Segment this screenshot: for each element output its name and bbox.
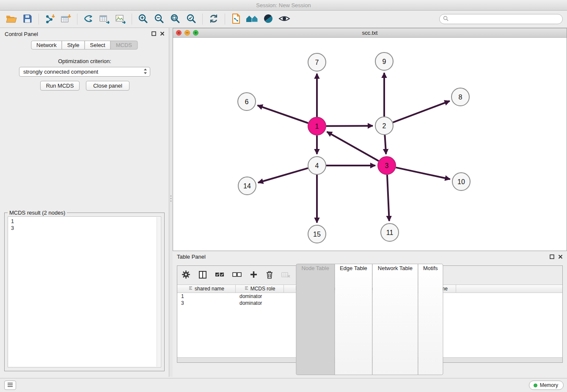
- result-line: 1: [11, 218, 158, 225]
- close-panel-icon[interactable]: [558, 254, 563, 260]
- svg-text:3: 3: [385, 162, 389, 169]
- panel-splitter[interactable]: [169, 28, 173, 377]
- table-panel-title: Table Panel: [177, 254, 206, 260]
- houses-icon: [246, 14, 259, 25]
- tab-style[interactable]: Style: [62, 41, 85, 50]
- toolbar-separator: [132, 14, 132, 25]
- new-network-button[interactable]: [80, 12, 96, 26]
- tab-network-table[interactable]: Network Table: [372, 264, 418, 375]
- close-panel-icon[interactable]: [160, 31, 165, 37]
- zoom-fit-button[interactable]: [167, 12, 183, 26]
- edge-4-14[interactable]: [258, 168, 308, 182]
- edges-layer: [257, 73, 450, 223]
- zoom-out-button[interactable]: [151, 12, 167, 26]
- result-scrollbar[interactable]: [157, 217, 160, 367]
- tab-mcds[interactable]: MCDS: [110, 41, 138, 50]
- network-window-titlebar[interactable]: scc.txt: [173, 28, 567, 38]
- search-input[interactable]: [451, 16, 556, 22]
- import-table-button[interactable]: [58, 12, 74, 26]
- table-cell[interactable]: dominator: [236, 293, 284, 300]
- export-table-button[interactable]: [96, 12, 113, 26]
- delete-columns-button[interactable]: [281, 271, 291, 279]
- table-panel: Table Panel f(x) shared nameMCDS rolesuc…: [173, 251, 567, 377]
- node-1[interactable]: 1: [308, 117, 326, 135]
- network-window-title: scc.txt: [362, 30, 378, 36]
- close-panel-button[interactable]: Close panel: [86, 81, 129, 91]
- window-title: Session: New Session: [256, 2, 311, 8]
- network-document-button[interactable]: [228, 12, 244, 26]
- add-row-button[interactable]: [250, 271, 258, 280]
- tab-network[interactable]: Network: [31, 41, 62, 50]
- tab-select[interactable]: Select: [85, 41, 111, 50]
- criterion-value: strongly connected component: [23, 69, 143, 75]
- memory-button[interactable]: Memory: [529, 381, 564, 390]
- unselect-all-button[interactable]: [232, 271, 242, 279]
- zoom-selected-button[interactable]: [183, 12, 199, 26]
- open-folder-icon: [6, 14, 17, 25]
- edge-3-1[interactable]: [327, 132, 379, 161]
- node-8[interactable]: 8: [451, 88, 469, 106]
- node-4[interactable]: 4: [308, 157, 326, 174]
- node-11[interactable]: 11: [381, 224, 399, 241]
- edge-1-2[interactable]: [326, 126, 373, 126]
- node-2[interactable]: 2: [375, 117, 393, 135]
- float-panel-icon[interactable]: [151, 31, 156, 37]
- open-session-button[interactable]: [3, 12, 19, 26]
- run-mcds-button[interactable]: Run MCDS: [40, 81, 80, 91]
- status-bar: Memory: [0, 378, 567, 392]
- svg-text:7: 7: [315, 59, 319, 66]
- tab-node-table[interactable]: Node Table: [296, 264, 335, 375]
- edge-2-3[interactable]: [385, 135, 386, 154]
- close-window-icon[interactable]: [176, 30, 182, 36]
- node-14[interactable]: 14: [238, 177, 256, 195]
- columns-icon: [198, 271, 207, 280]
- svg-text:14: 14: [243, 182, 251, 190]
- node-10[interactable]: 10: [452, 173, 470, 190]
- network-canvas[interactable]: 7968124314101511: [173, 38, 567, 251]
- node-7[interactable]: 7: [308, 53, 326, 71]
- trash-icon: [266, 271, 273, 280]
- table-cell[interactable]: 1: [177, 293, 236, 300]
- table-cell[interactable]: dominator: [236, 300, 284, 306]
- show-graphics-details-button[interactable]: [276, 12, 292, 26]
- column-header-filler: [456, 285, 562, 293]
- node-3[interactable]: 3: [378, 157, 396, 174]
- save-session-button[interactable]: [19, 12, 36, 26]
- home-view-button[interactable]: [244, 12, 260, 26]
- select-all-button[interactable]: [215, 271, 224, 279]
- column-header-MCDS-role[interactable]: MCDS role: [236, 285, 284, 293]
- task-history-button[interactable]: [4, 381, 16, 390]
- node-6[interactable]: 6: [238, 93, 256, 110]
- toolbar-separator: [225, 14, 225, 25]
- edge-1-6[interactable]: [257, 105, 308, 123]
- delete-rows-button[interactable]: [266, 271, 273, 280]
- edge-3-10[interactable]: [396, 168, 450, 179]
- mcds-result-box[interactable]: 13: [8, 216, 161, 367]
- zoom-window-icon[interactable]: [193, 30, 198, 36]
- table-cell[interactable]: 3: [177, 300, 236, 306]
- show-columns-button[interactable]: [198, 271, 207, 280]
- edge-3-11[interactable]: [387, 175, 389, 221]
- refresh-layout-button[interactable]: [206, 12, 222, 26]
- tab-motifs[interactable]: Motifs: [418, 264, 443, 375]
- minimize-window-icon[interactable]: [184, 30, 190, 36]
- column-label: shared name: [195, 286, 224, 292]
- toolbar-separator: [39, 14, 39, 25]
- node-9[interactable]: 9: [375, 52, 393, 70]
- edge-2-8[interactable]: [393, 101, 450, 123]
- apply-style-button[interactable]: [260, 12, 276, 26]
- toolbar-search[interactable]: [439, 14, 563, 24]
- network-document-icon: [231, 13, 241, 25]
- export-image-button[interactable]: [113, 12, 129, 26]
- float-panel-icon[interactable]: [550, 254, 554, 260]
- window-titlebar[interactable]: Session: New Session: [0, 0, 567, 11]
- main-toolbar: [0, 11, 567, 28]
- table-settings-button[interactable]: [182, 270, 190, 280]
- zoom-in-button[interactable]: [135, 12, 151, 26]
- column-header-shared-name[interactable]: shared name: [177, 285, 236, 293]
- node-15[interactable]: 15: [308, 225, 326, 243]
- criterion-dropdown[interactable]: strongly connected component: [19, 67, 150, 77]
- import-network-button[interactable]: [42, 12, 58, 26]
- tab-edge-table[interactable]: Edge Table: [334, 264, 373, 375]
- task-list-icon: [7, 382, 13, 389]
